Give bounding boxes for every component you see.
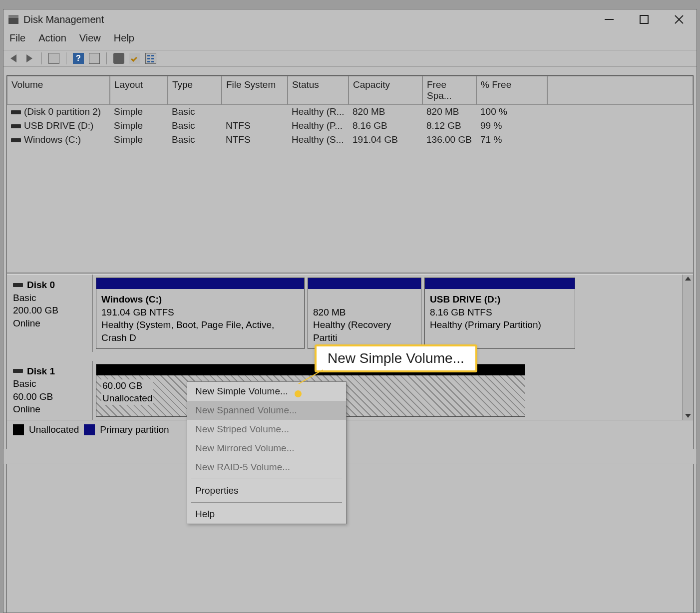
ctx-help[interactable]: Help: [187, 505, 346, 524]
show-hide-tree-button[interactable]: [48, 52, 60, 64]
callout-text: New Simple Volume...: [315, 344, 477, 372]
scroll-up-icon[interactable]: [685, 277, 691, 281]
close-button[interactable]: [662, 9, 697, 29]
list-button[interactable]: [145, 52, 157, 64]
col-volume[interactable]: Volume: [7, 76, 110, 105]
col-capacity[interactable]: Capacity: [349, 76, 422, 105]
menu-action[interactable]: Action: [38, 32, 66, 44]
minimize-button[interactable]: [592, 9, 627, 29]
forward-button[interactable]: [23, 52, 35, 64]
statusbar: [3, 449, 697, 464]
window-title: Disk Management: [23, 14, 592, 25]
arrow-right-icon: [26, 54, 32, 62]
ctx-item-new-striped-volume: New Striped Volume...: [187, 420, 346, 439]
vol-name: (Disk 0 partition 2): [24, 106, 101, 117]
primary-swatch: [84, 424, 95, 435]
vol-name: Windows (C:): [24, 134, 81, 145]
col-status[interactable]: Status: [288, 76, 349, 105]
col-filesystem[interactable]: File System: [222, 76, 288, 105]
toolbar: ?: [3, 50, 697, 67]
partition[interactable]: USB DRIVE (D:)8.16 GB NTFSHealthy (Prima…: [424, 278, 575, 349]
partition[interactable]: Windows (C:)191.04 GB NTFSHealthy (Syste…: [96, 278, 305, 349]
legend: Unallocated Primary partition: [7, 420, 693, 439]
disk-row: Disk 0Basic200.00 GBOnlineWindows (C:)19…: [7, 275, 682, 352]
arrow-left-icon: [10, 54, 16, 62]
disk-icon: [11, 138, 21, 142]
content-area: Volume Layout Type File System Status Ca…: [6, 75, 694, 613]
titlebar[interactable]: Disk Management: [3, 9, 697, 29]
check-button[interactable]: [129, 52, 141, 64]
menu-view[interactable]: View: [79, 32, 101, 44]
callout-annotation: New Simple Volume...: [315, 344, 477, 372]
menu-file[interactable]: File: [9, 32, 25, 44]
col-layout[interactable]: Layout: [110, 76, 168, 105]
volume-row[interactable]: Windows (C:)SimpleBasicNTFSHealthy (S...…: [7, 133, 693, 147]
col-type[interactable]: Type: [168, 76, 222, 105]
maximize-button[interactable]: [627, 9, 662, 29]
ctx-properties[interactable]: Properties: [187, 481, 346, 500]
ctx-item-new-mirrored-volume: New Mirrored Volume...: [187, 439, 346, 458]
legend-primary: Primary partition: [100, 424, 169, 435]
menu-help[interactable]: Help: [114, 32, 134, 44]
unallocated-swatch: [13, 424, 24, 435]
check-icon: [129, 53, 140, 64]
disk-icon: [11, 124, 21, 128]
disk-management-window: Disk Management File Action View Help ? …: [3, 9, 697, 613]
col-freespace[interactable]: Free Spa...: [422, 76, 476, 105]
scrollbar[interactable]: [682, 275, 693, 420]
action-icon: [89, 53, 100, 64]
volume-table-header[interactable]: Volume Layout Type File System Status Ca…: [7, 76, 693, 105]
tree-icon: [48, 53, 59, 64]
back-button[interactable]: [7, 52, 19, 64]
context-menu: New Simple Volume...New Spanned Volume..…: [187, 381, 347, 524]
list-icon: [145, 53, 156, 64]
refresh-button[interactable]: [113, 52, 125, 64]
volume-row[interactable]: USB DRIVE (D:)SimpleBasicNTFSHealthy (P.…: [7, 119, 693, 133]
volume-table: Volume Layout Type File System Status Ca…: [7, 76, 693, 274]
help-icon: ?: [73, 53, 84, 64]
disk-icon: [13, 283, 23, 287]
col-pctfree[interactable]: % Free: [476, 76, 547, 105]
ctx-item-new-spanned-volume: New Spanned Volume...: [187, 401, 346, 420]
app-icon: [8, 15, 18, 24]
disk-info[interactable]: Disk 1Basic60.00 GBOnline: [7, 361, 93, 420]
menubar: File Action View Help: [3, 29, 697, 50]
callout-dot-icon: [295, 390, 302, 397]
ctx-item-new-raid-5-volume: New RAID-5 Volume...: [187, 458, 346, 477]
volume-row[interactable]: (Disk 0 partition 2)SimpleBasicHealthy (…: [7, 105, 693, 119]
disk-icon: [11, 110, 21, 114]
ctx-item-new-simple-volume[interactable]: New Simple Volume...: [187, 382, 346, 401]
disk-info[interactable]: Disk 0Basic200.00 GBOnline: [7, 275, 93, 352]
help-button[interactable]: ?: [72, 52, 84, 64]
refresh-icon: [113, 53, 124, 64]
action-button[interactable]: [88, 52, 100, 64]
scroll-down-icon[interactable]: [685, 414, 691, 418]
disk-icon: [13, 369, 23, 373]
legend-unallocated: Unallocated: [29, 424, 79, 435]
vol-name: USB DRIVE (D:): [24, 120, 93, 131]
partition[interactable]: 820 MBHealthy (Recovery Partiti: [308, 278, 421, 349]
